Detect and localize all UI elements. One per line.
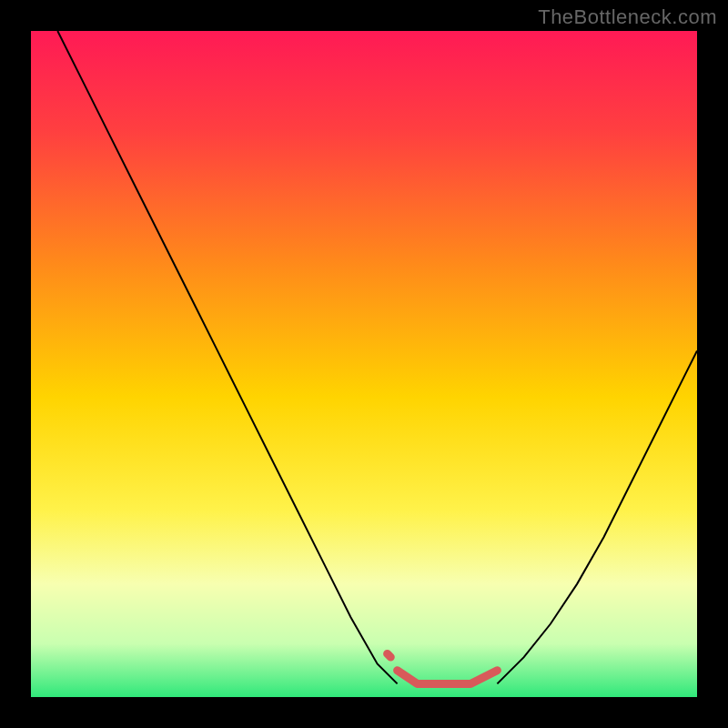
bottleneck-chart <box>31 31 697 697</box>
chart-background <box>31 31 697 697</box>
chart-container <box>31 31 697 697</box>
series-highlight-dot <box>388 653 391 657</box>
watermark-text: TheBottleneck.com <box>538 5 717 29</box>
